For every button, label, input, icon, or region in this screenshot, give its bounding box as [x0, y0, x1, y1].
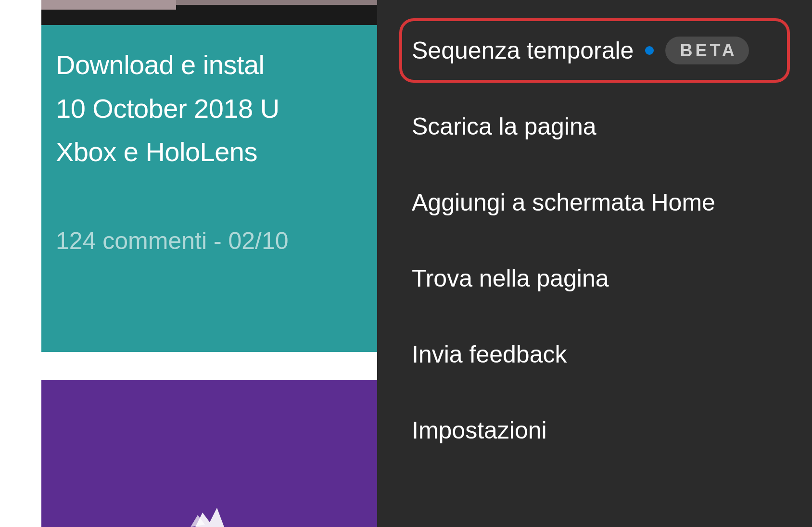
- menu-item-download-page[interactable]: Scarica la pagina: [399, 94, 790, 159]
- article-meta: 124 commenti - 02/10: [56, 227, 364, 255]
- app-icon: [181, 498, 239, 527]
- article-title-line3: Xbox e HoloLens: [56, 137, 257, 167]
- article-card[interactable]: Download e instal 10 October 2018 U Xbox…: [41, 0, 378, 352]
- menu-item-label: Scarica la pagina: [412, 113, 596, 140]
- menu-item-label: Invia feedback: [412, 340, 567, 368]
- menu-item-send-feedback[interactable]: Invia feedback: [399, 322, 790, 387]
- menu-item-settings[interactable]: Impostazioni: [399, 398, 790, 463]
- context-menu: Sequenza temporale BETA Scarica la pagin…: [377, 0, 812, 527]
- menu-item-label: Aggiungi a schermata Home: [412, 188, 715, 216]
- notification-dot-icon: [645, 46, 654, 55]
- menu-item-add-home[interactable]: Aggiungi a schermata Home: [399, 170, 790, 235]
- menu-item-label: Trova nella pagina: [412, 264, 609, 292]
- menu-item-label: Sequenza temporale: [412, 37, 634, 64]
- article-thumbnail: [41, 0, 378, 25]
- menu-item-find-in-page[interactable]: Trova nella pagina: [399, 246, 790, 311]
- article-body: Download e instal 10 October 2018 U Xbox…: [41, 25, 378, 352]
- page-background: Download e instal 10 October 2018 U Xbox…: [0, 0, 812, 527]
- article-title-line2: 10 October 2018 U: [56, 93, 279, 124]
- second-article-card[interactable]: [41, 380, 378, 527]
- article-title: Download e instal 10 October 2018 U Xbox…: [56, 43, 364, 174]
- article-title-line1: Download e instal: [56, 50, 265, 80]
- menu-item-timeline[interactable]: Sequenza temporale BETA: [399, 18, 790, 83]
- menu-item-label: Impostazioni: [412, 416, 547, 444]
- beta-badge: BETA: [665, 37, 749, 64]
